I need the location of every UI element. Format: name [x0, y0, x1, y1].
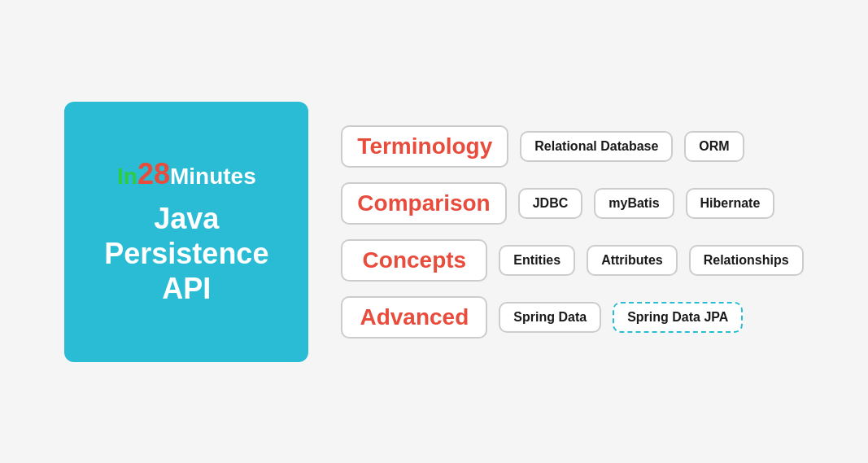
tag-entities[interactable]: Entities	[499, 245, 575, 276]
logo-line2: Persistence	[104, 236, 268, 271]
category-advanced[interactable]: Advanced	[341, 296, 487, 339]
tag-relational-database[interactable]: Relational Database	[520, 131, 673, 162]
logo-28: 28	[137, 157, 170, 190]
tag-orm[interactable]: ORM	[684, 131, 744, 162]
topics-grid: TerminologyRelational DatabaseORMCompari…	[341, 125, 803, 339]
logo-in: In	[117, 164, 137, 189]
main-container: In28Minutes Java Persistence API Termino…	[48, 85, 819, 378]
row-advanced: AdvancedSpring DataSpring Data JPA	[341, 296, 803, 339]
tag-jdbc[interactable]: JDBC	[518, 188, 583, 219]
logo-title: Java Persistence API	[104, 201, 268, 307]
logo-line3: API	[104, 271, 268, 306]
tag-hibernate[interactable]: Hibernate	[686, 188, 775, 219]
tag-relationships[interactable]: Relationships	[689, 245, 804, 276]
row-comparison: ComparisonJDBCmyBatisHibernate	[341, 182, 803, 225]
logo-line1: Java	[104, 201, 268, 236]
category-comparison[interactable]: Comparison	[341, 182, 506, 225]
logo-card: In28Minutes Java Persistence API	[64, 102, 308, 362]
tag-attributes[interactable]: Attributes	[587, 245, 678, 276]
row-concepts: ConceptsEntitiesAttributesRelationships	[341, 239, 803, 282]
row-terminology: TerminologyRelational DatabaseORM	[341, 125, 803, 168]
logo-brand: In28Minutes	[117, 157, 256, 191]
tag-spring-data-jpa[interactable]: Spring Data JPA	[613, 302, 743, 333]
tag-spring-data[interactable]: Spring Data	[499, 302, 601, 333]
category-concepts[interactable]: Concepts	[341, 239, 487, 282]
category-terminology[interactable]: Terminology	[341, 125, 508, 168]
tag-mybatis[interactable]: myBatis	[594, 188, 674, 219]
logo-minutes: Minutes	[170, 164, 256, 189]
